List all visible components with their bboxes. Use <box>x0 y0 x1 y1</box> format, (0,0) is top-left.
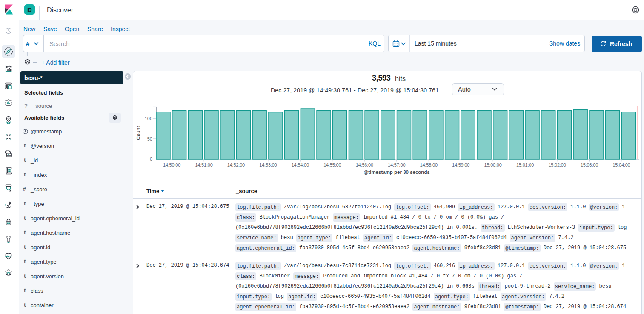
svg-text:15:03:00: 15:03:00 <box>581 162 598 167</box>
svg-text:15:04:00: 15:04:00 <box>613 162 630 167</box>
svg-text:15:02:00: 15:02:00 <box>548 162 566 167</box>
svg-text:14:56:00: 14:56:00 <box>356 162 373 167</box>
svg-text:0: 0 <box>150 156 152 161</box>
svg-text:14:54:00: 14:54:00 <box>292 162 309 167</box>
svg-text:15:01:00: 15:01:00 <box>516 162 534 167</box>
svg-text:14:52:00: 14:52:00 <box>227 162 245 167</box>
svg-text:14:55:00: 14:55:00 <box>323 162 341 167</box>
svg-text:15:00:00: 15:00:00 <box>484 162 501 167</box>
svg-text:14:59:00: 14:59:00 <box>452 162 469 167</box>
svg-text:14:50:00: 14:50:00 <box>163 162 180 167</box>
svg-text:Count: Count <box>136 126 141 140</box>
svg-text:14:57:00: 14:57:00 <box>388 162 405 167</box>
svg-text:14:51:00: 14:51:00 <box>195 162 212 167</box>
svg-text:14:58:00: 14:58:00 <box>420 162 438 167</box>
svg-text:14:53:00: 14:53:00 <box>259 162 277 167</box>
svg-text:50: 50 <box>147 136 152 141</box>
svg-text:100: 100 <box>145 116 152 121</box>
svg-text:@timestamp per 30 seconds: @timestamp per 30 seconds <box>364 170 430 175</box>
